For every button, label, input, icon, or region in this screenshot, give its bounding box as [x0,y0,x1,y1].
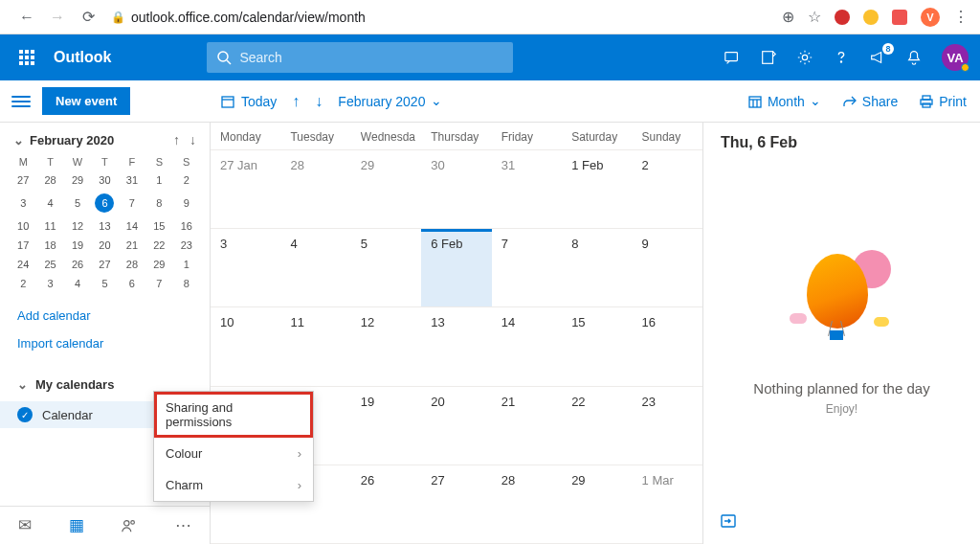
next-period-button[interactable]: ↓ [315,93,323,110]
day-cell[interactable]: 28 [492,465,562,543]
browser-forward[interactable]: → [46,9,69,26]
day-cell[interactable]: 21 [492,387,562,465]
mini-cal-day[interactable]: 12 [64,216,91,236]
mini-cal-day[interactable]: 5 [64,190,91,216]
mini-cal-day[interactable]: 28 [36,170,63,190]
mini-cal-day[interactable]: 7 [119,190,145,216]
mini-cal-day[interactable]: 8 [173,274,200,293]
day-cell[interactable]: 29 [562,465,632,543]
megaphone-icon[interactable]: 8 [869,49,886,66]
mini-cal-day[interactable]: 8 [145,190,172,216]
add-calendar-link[interactable]: Add calendar [17,308,192,323]
mini-cal-day[interactable]: 16 [173,216,200,236]
mini-cal-day[interactable]: 6 [91,190,118,216]
today-button[interactable]: Today [220,94,277,109]
day-cell[interactable]: 6 Feb [421,229,491,306]
mini-cal-day[interactable]: 4 [36,190,63,216]
calendar-module-icon[interactable]: ▦ [69,515,84,535]
day-cell[interactable]: 23 [633,387,702,465]
day-cell[interactable]: 12 [351,307,421,385]
import-calendar-link[interactable]: Import calendar [17,336,192,351]
mini-cal-day[interactable]: 10 [10,216,36,236]
mini-cal-day[interactable]: 21 [119,236,145,255]
day-cell[interactable]: 30 [421,150,491,228]
people-module-icon[interactable] [121,517,138,534]
mini-cal-next[interactable]: ↓ [189,132,196,147]
day-cell[interactable]: 1 Mar [633,465,702,543]
bell-icon[interactable] [905,49,923,66]
notes-icon[interactable] [760,49,777,66]
bookmark-star-icon[interactable]: ☆ [808,8,821,26]
mini-cal-day[interactable]: 9 [173,190,200,216]
day-cell[interactable]: 29 [351,150,421,228]
add-circle-icon[interactable]: ⊕ [782,8,794,26]
more-modules-icon[interactable]: ⋯ [175,515,191,535]
mini-cal-day[interactable]: 1 [173,255,200,274]
mini-cal-prev[interactable]: ↑ [173,132,180,147]
mini-cal-day[interactable]: 17 [10,236,36,255]
view-switcher[interactable]: Month ⌄ [747,94,821,109]
day-cell[interactable]: 26 [351,465,421,543]
mini-cal-day[interactable]: 29 [145,255,172,274]
mini-cal-day[interactable]: 5 [91,274,118,293]
profile-avatar[interactable]: VA [942,44,969,71]
mini-cal-day[interactable]: 28 [119,255,145,274]
mini-cal-day[interactable]: 27 [10,170,36,190]
mini-cal-day[interactable]: 29 [64,170,91,190]
mini-cal-expand-chevron[interactable]: ⌄ [13,133,24,147]
mini-calendar[interactable]: MTWTFSS272829303112345678910111213141516… [0,153,210,293]
mini-cal-day[interactable]: 3 [36,274,63,293]
help-icon[interactable] [833,49,850,66]
day-cell[interactable]: 1 Feb [562,150,632,228]
mini-cal-day[interactable]: 19 [64,236,91,255]
day-cell[interactable]: 8 [562,229,632,306]
menu-charm[interactable]: Charm › [154,469,313,501]
menu-sharing-permissions[interactable]: Sharing and permissions [154,392,313,438]
mini-cal-day[interactable]: 20 [91,236,118,255]
mini-cal-day[interactable]: 14 [119,216,145,236]
search-input[interactable] [239,50,503,65]
chrome-menu-icon[interactable]: ⋮ [953,8,969,26]
day-cell[interactable]: 14 [492,307,562,385]
settings-gear-icon[interactable] [796,49,813,66]
day-cell[interactable]: 27 [421,465,491,543]
prev-period-button[interactable]: ↑ [292,93,300,110]
day-cell[interactable]: 9 [633,229,702,306]
browser-reload[interactable]: ⟳ [77,8,100,26]
search-box[interactable] [207,42,513,73]
extension-icon-2[interactable] [863,10,879,25]
nav-toggle-hamburger[interactable] [11,96,31,107]
day-cell[interactable]: 22 [562,387,632,465]
chat-icon[interactable] [724,49,741,66]
mini-cal-day[interactable]: 4 [64,274,91,293]
mini-cal-day[interactable]: 30 [91,170,118,190]
new-event-button[interactable]: New event [42,87,130,115]
open-in-new-icon[interactable] [721,514,736,528]
mini-cal-day[interactable]: 23 [173,236,200,255]
day-cell[interactable]: 31 [492,150,562,228]
extension-icon-3[interactable] [892,10,907,25]
browser-url-area[interactable]: 🔒 outlook.office.com/calendar/view/month [111,10,366,25]
mini-cal-day[interactable]: 11 [36,216,63,236]
day-cell[interactable]: 13 [421,307,491,385]
mail-module-icon[interactable]: ✉ [18,515,32,535]
day-cell[interactable]: 10 [211,307,280,385]
print-button[interactable]: Print [919,94,967,109]
mini-cal-day[interactable]: 22 [145,236,172,255]
day-cell[interactable]: 7 [492,229,562,306]
day-cell[interactable]: 5 [351,229,421,306]
app-launcher-waffle[interactable] [11,42,42,73]
month-picker[interactable]: February 2020 ⌄ [338,94,442,109]
mini-cal-day[interactable]: 1 [145,170,172,190]
day-cell[interactable]: 16 [633,307,702,385]
mini-cal-day[interactable]: 24 [10,255,36,274]
day-cell[interactable]: 4 [280,229,350,306]
mini-cal-day[interactable]: 7 [145,274,172,293]
day-cell[interactable]: 2 [633,150,702,228]
menu-colour[interactable]: Colour › [154,438,313,469]
day-cell[interactable]: 27 Jan [211,150,280,228]
browser-back[interactable]: ← [15,9,38,26]
mini-cal-day[interactable]: 3 [10,190,36,216]
share-button[interactable]: Share [842,94,898,109]
mini-cal-day[interactable]: 15 [145,216,172,236]
